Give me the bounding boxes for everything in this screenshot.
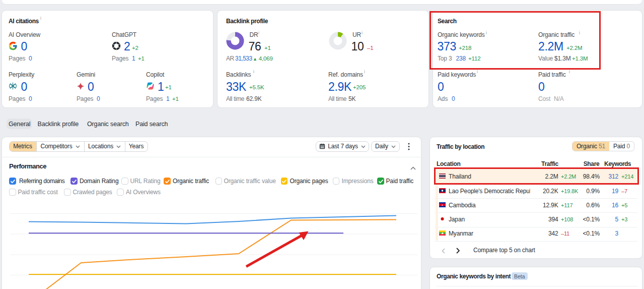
- svg-text:★: ★: [441, 232, 444, 235]
